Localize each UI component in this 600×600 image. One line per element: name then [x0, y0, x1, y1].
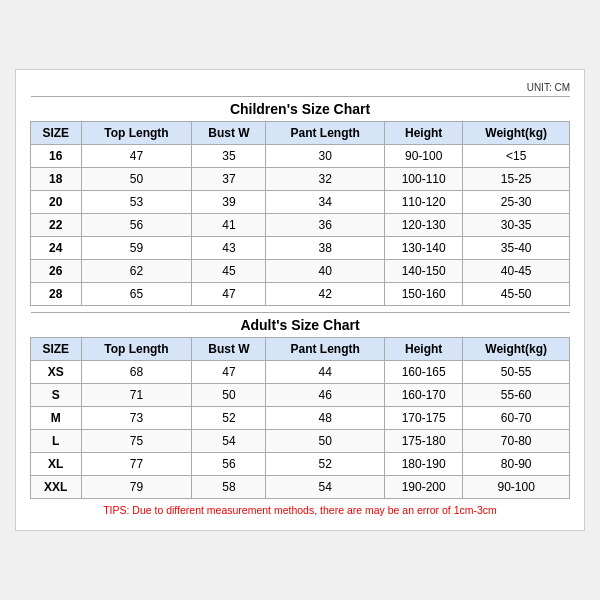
table-cell: 75 — [81, 430, 192, 453]
children-table: Children's Size Chart SIZE Top Length Bu… — [30, 96, 570, 306]
tips-row: TIPS: Due to different measurement metho… — [30, 499, 570, 520]
table-cell: 180-190 — [385, 453, 463, 476]
table-cell: 34 — [266, 191, 385, 214]
table-cell: 71 — [81, 384, 192, 407]
table-cell: 32 — [266, 168, 385, 191]
table-cell: L — [31, 430, 82, 453]
table-cell: 18 — [31, 168, 82, 191]
table-cell: 140-150 — [385, 260, 463, 283]
table-cell: 79 — [81, 476, 192, 499]
table-cell: 53 — [81, 191, 192, 214]
table-row: XS684744160-16550-55 — [31, 361, 570, 384]
table-cell: 77 — [81, 453, 192, 476]
table-row: 22564136120-13030-35 — [31, 214, 570, 237]
adult-col-pant-length: Pant Length — [266, 338, 385, 361]
adult-col-bust-w: Bust W — [192, 338, 266, 361]
table-cell: 175-180 — [385, 430, 463, 453]
table-row: 1647353090-100<15 — [31, 145, 570, 168]
table-cell: M — [31, 407, 82, 430]
table-cell: 73 — [81, 407, 192, 430]
table-cell: 41 — [192, 214, 266, 237]
table-cell: 15-25 — [463, 168, 570, 191]
table-row: 26624540140-15040-45 — [31, 260, 570, 283]
children-tbody: 1647353090-100<1518503732100-11015-25205… — [31, 145, 570, 306]
children-header-row: SIZE Top Length Bust W Pant Length Heigh… — [31, 122, 570, 145]
table-cell: 54 — [192, 430, 266, 453]
table-cell: 52 — [192, 407, 266, 430]
table-cell: 56 — [81, 214, 192, 237]
table-cell: 40 — [266, 260, 385, 283]
adult-header-row: SIZE Top Length Bust W Pant Length Heigh… — [31, 338, 570, 361]
table-cell: 100-110 — [385, 168, 463, 191]
table-cell: 42 — [266, 283, 385, 306]
table-cell: 50 — [192, 384, 266, 407]
chart-container: UNIT: CM Children's Size Chart SIZE Top … — [15, 69, 585, 531]
table-row: 28654742150-16045-50 — [31, 283, 570, 306]
table-cell: 46 — [266, 384, 385, 407]
children-section-header-row: Children's Size Chart — [31, 97, 570, 122]
table-cell: 65 — [81, 283, 192, 306]
table-cell: 48 — [266, 407, 385, 430]
adult-col-size: SIZE — [31, 338, 82, 361]
table-cell: 70-80 — [463, 430, 570, 453]
table-cell: 47 — [81, 145, 192, 168]
table-cell: S — [31, 384, 82, 407]
table-cell: 22 — [31, 214, 82, 237]
table-cell: 26 — [31, 260, 82, 283]
table-cell: 160-165 — [385, 361, 463, 384]
table-cell: 190-200 — [385, 476, 463, 499]
table-cell: 40-45 — [463, 260, 570, 283]
table-cell: 25-30 — [463, 191, 570, 214]
table-cell: 80-90 — [463, 453, 570, 476]
table-cell: 68 — [81, 361, 192, 384]
table-cell: 160-170 — [385, 384, 463, 407]
table-cell: XL — [31, 453, 82, 476]
table-cell: 35 — [192, 145, 266, 168]
table-cell: 56 — [192, 453, 266, 476]
table-row: 24594338130-14035-40 — [31, 237, 570, 260]
children-col-pant-length: Pant Length — [266, 122, 385, 145]
table-cell: 39 — [192, 191, 266, 214]
table-row: 18503732100-11015-25 — [31, 168, 570, 191]
table-cell: 62 — [81, 260, 192, 283]
children-col-bust-w: Bust W — [192, 122, 266, 145]
table-cell: 16 — [31, 145, 82, 168]
table-row: 20533934110-12025-30 — [31, 191, 570, 214]
table-cell: XS — [31, 361, 82, 384]
table-cell: 24 — [31, 237, 82, 260]
table-cell: 30-35 — [463, 214, 570, 237]
table-cell: 43 — [192, 237, 266, 260]
adult-col-height: Height — [385, 338, 463, 361]
children-col-size: SIZE — [31, 122, 82, 145]
table-cell: 50 — [266, 430, 385, 453]
table-row: S715046160-17055-60 — [31, 384, 570, 407]
table-cell: 52 — [266, 453, 385, 476]
table-cell: 58 — [192, 476, 266, 499]
table-cell: 50-55 — [463, 361, 570, 384]
table-cell: 110-120 — [385, 191, 463, 214]
table-cell: 90-100 — [463, 476, 570, 499]
adult-tbody: XS684744160-16550-55S715046160-17055-60M… — [31, 361, 570, 499]
table-cell: <15 — [463, 145, 570, 168]
table-cell: 35-40 — [463, 237, 570, 260]
table-cell: 47 — [192, 283, 266, 306]
table-cell: 28 — [31, 283, 82, 306]
table-cell: 150-160 — [385, 283, 463, 306]
unit-label: UNIT: CM — [30, 82, 570, 93]
table-cell: 36 — [266, 214, 385, 237]
children-section-title: Children's Size Chart — [31, 97, 570, 122]
children-col-height: Height — [385, 122, 463, 145]
table-cell: XXL — [31, 476, 82, 499]
table-row: L755450175-18070-80 — [31, 430, 570, 453]
table-cell: 170-175 — [385, 407, 463, 430]
table-cell: 60-70 — [463, 407, 570, 430]
table-cell: 59 — [81, 237, 192, 260]
table-cell: 47 — [192, 361, 266, 384]
adult-section-header-row: Adult's Size Chart — [31, 313, 570, 338]
table-cell: 90-100 — [385, 145, 463, 168]
table-cell: 55-60 — [463, 384, 570, 407]
table-cell: 37 — [192, 168, 266, 191]
table-cell: 45-50 — [463, 283, 570, 306]
table-cell: 130-140 — [385, 237, 463, 260]
adult-col-weight: Weight(kg) — [463, 338, 570, 361]
